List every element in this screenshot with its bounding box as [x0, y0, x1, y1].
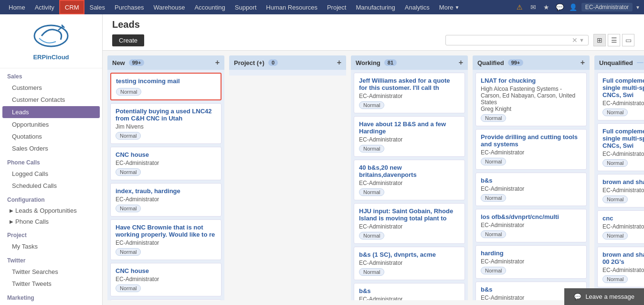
card-subtitle: EC-Administrator	[481, 258, 581, 265]
arrow-icon: ▶	[10, 208, 13, 213]
sidebar-item-customer-contacts[interactable]: Customer Contacts	[0, 94, 102, 106]
column-header-3: Qualified99++	[473, 55, 590, 70]
card-title: testing incoming mail	[116, 77, 216, 85]
kanban-card[interactable]: los ofb&s/dvnprt/cnc/multiEC-Administrat…	[475, 209, 587, 242]
column-name-0: New	[112, 59, 125, 66]
nav-support[interactable]: Support	[230, 0, 262, 14]
sidebar-item-logged-calls[interactable]: Logged Calls	[0, 168, 102, 180]
list-view-button[interactable]: ☰	[608, 34, 620, 46]
sidebar-item-twitter-tweets[interactable]: Twitter Tweets	[0, 278, 102, 290]
nav-project[interactable]: Project	[322, 0, 351, 14]
create-button[interactable]: Create	[112, 34, 144, 46]
search-input[interactable]	[450, 37, 572, 44]
kanban-card[interactable]: Have CNC Brownie that is not working pro…	[110, 219, 222, 260]
kanban-view-button[interactable]: ▭	[622, 34, 634, 46]
content-header: Leads Create ✕ ▼ ⊞ ☰ ▭	[103, 14, 644, 51]
kanban-card[interactable]: Full complement of single multi-spindle,…	[597, 73, 644, 120]
kanban-card[interactable]: b&s (1 SC), dvnprts, acmeEC-Administrato…	[354, 247, 465, 280]
kanban-card[interactable]: brown and sharps; #0, 00 2G'sEC-Administ…	[597, 247, 644, 287]
grid-view-button[interactable]: ⊞	[593, 34, 606, 46]
kanban-card[interactable]: brown and sharpsEC-AdministratorNormal	[597, 174, 644, 207]
sidebar-item-leads-opps[interactable]: ▶ Leads & Opportunities	[0, 205, 102, 216]
card-subtitle: EC-Administrator	[359, 93, 460, 99]
user-dropdown-arrow[interactable]: ▼	[635, 5, 640, 10]
column-add-button-1[interactable]: +	[337, 58, 341, 67]
card-title: 40 b&s,20 new britains,davenports	[359, 164, 460, 178]
nav-purchases[interactable]: Purchases	[110, 0, 148, 14]
sidebar-item-my-tasks[interactable]: My Tasks	[0, 240, 102, 252]
kanban-card[interactable]: index, traub, hardingeEC-AdministratorNo…	[110, 183, 222, 217]
kanban-card[interactable]: Provide drilling and cutting tools and s…	[475, 129, 587, 170]
kanban-card[interactable]: Potentially buying a used LNC42 from C&H…	[110, 103, 222, 144]
column-cards-1	[229, 70, 346, 76]
sidebar-item-customers[interactable]: Customers	[0, 82, 102, 94]
column-header-1: Project (+)0+	[229, 55, 346, 70]
user-badge[interactable]: EC-Administrator	[581, 3, 633, 11]
column-add-button-2[interactable]: +	[459, 58, 463, 67]
card-title: Provide drilling and cutting tools and s…	[481, 133, 581, 148]
sidebar-item-leads[interactable]: Leads	[2, 106, 100, 118]
warning-icon[interactable]: ⚠	[515, 2, 525, 12]
kanban-card[interactable]: b&sEC-AdministratorNormal	[354, 283, 465, 300]
search-dropdown-icon[interactable]: ▼	[579, 37, 584, 43]
nav-crm[interactable]: CRM	[59, 0, 85, 14]
card-title: Potentially buying a used LNC42 from C&H…	[116, 108, 216, 122]
kanban-column-unqualified: Unqualified+Full complement of single mu…	[594, 55, 644, 300]
search-clear-icon[interactable]: ✕	[572, 36, 578, 44]
column-name-4: Unqualified	[599, 59, 633, 66]
sidebar-item-quotations[interactable]: Quotations	[0, 131, 102, 142]
card-tag: Normal	[116, 248, 141, 256]
sidebar-item-sales-orders[interactable]: Sales Orders	[0, 142, 102, 154]
nav-analytics[interactable]: Analytics	[400, 0, 434, 14]
sidebar-item-phone-calls-config[interactable]: ▶ Phone Calls	[0, 216, 102, 227]
kanban-card[interactable]: CNC houseEC-AdministratorNormal	[110, 263, 222, 296]
nav-more[interactable]: More ▼	[434, 0, 465, 14]
nav-activity[interactable]: Activity	[30, 0, 59, 14]
card-subtitle: EC-Administrator	[116, 196, 216, 203]
nav-hr[interactable]: Human Resources	[261, 0, 322, 14]
card-title: b&s (1 SC), dvnprts, acme	[359, 251, 460, 258]
mail-icon[interactable]: ✉	[528, 2, 538, 12]
card-tag: Normal	[481, 267, 506, 274]
column-add-button-3[interactable]: +	[581, 58, 585, 67]
nav-manufacturing[interactable]: Manufacturing	[351, 0, 400, 14]
nav-accounting[interactable]: Accounting	[190, 0, 230, 14]
kanban-column-qualified: Qualified99++LNAT for chuckingHigh Alcoa…	[473, 55, 590, 300]
kanban-card[interactable]: Jeff Williams asked for a quote for this…	[354, 73, 465, 113]
kanban-card[interactable]: Full complement of single multi-spindle,…	[597, 123, 644, 171]
nav-warehouse[interactable]: Warehouse	[148, 0, 190, 14]
column-badge-3: 99+	[508, 59, 524, 66]
kanban-card[interactable]: cncEC-AdministratorNormal	[597, 210, 644, 244]
kanban-card[interactable]: LNAT for chuckingHigh Alcoa Fastening Sy…	[475, 73, 587, 126]
sidebar-item-twitter-searches[interactable]: Twitter Searches	[0, 266, 102, 278]
sidebar-item-scheduled-calls[interactable]: Scheduled Calls	[0, 180, 102, 192]
sidebar-item-mass-mailing[interactable]: Mass Mailing	[0, 303, 102, 305]
nav-home[interactable]: Home	[4, 0, 30, 14]
kanban-card[interactable]: testing incoming mailNormal	[110, 73, 222, 100]
sidebar-item-opportunities[interactable]: Opportunities	[0, 119, 102, 131]
column-cards-3: LNAT for chuckingHigh Alcoa Fastening Sy…	[473, 70, 590, 300]
card-title: Full complement of single multi-spindle,…	[602, 128, 644, 149]
column-add-button-0[interactable]: +	[215, 58, 220, 67]
card-subtitle: EC-Administrator	[359, 260, 460, 266]
kanban-card[interactable]: HJU input: Saint Gobain, Rhode Island is…	[354, 203, 465, 244]
user-icon[interactable]: 👤	[568, 2, 579, 12]
kanban-card[interactable]: Have about 12 B&S and a few HardingeEC-A…	[354, 116, 465, 157]
kanban-card[interactable]: cnc, mills, swissEC-AdministratorNormal	[110, 299, 222, 300]
column-badge-2: 81	[384, 59, 397, 66]
kanban-card[interactable]: CNC houseEC-AdministratorNormal	[110, 147, 222, 180]
card-tag: Normal	[481, 230, 506, 238]
kanban-card[interactable]: 40 b&s,20 new britains,davenportsEC-Admi…	[354, 160, 465, 200]
leave-message-button[interactable]: 💬 Leave a message	[564, 288, 644, 305]
star-icon[interactable]: ★	[541, 2, 552, 12]
card-subtitle: EC-Administrator	[602, 151, 644, 157]
card-title: harding	[481, 250, 581, 257]
chat-icon[interactable]: 💬	[555, 2, 565, 12]
card-subtitle: Greg Knight	[481, 106, 581, 112]
card-tag: Normal	[359, 101, 384, 109]
card-tag: Normal	[116, 168, 141, 176]
kanban-card[interactable]: hardingEC-AdministratorNormal	[475, 245, 587, 279]
card-subtitle: EC-Administrator	[359, 223, 460, 230]
nav-sales[interactable]: Sales	[84, 0, 110, 14]
kanban-card[interactable]: b&sEC-AdministratorNormal	[475, 173, 587, 206]
